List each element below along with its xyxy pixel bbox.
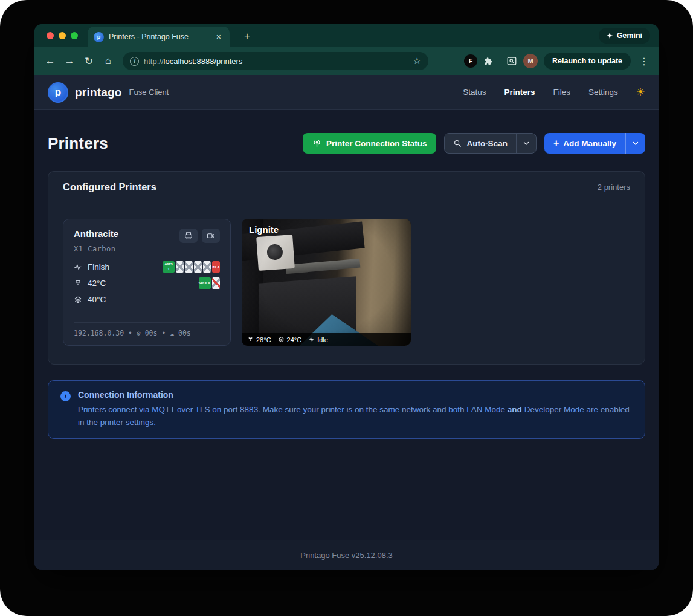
brand-name: printago <box>75 86 122 99</box>
cloud-icon: ☁ <box>170 329 174 337</box>
ams-slot-empty <box>185 261 193 273</box>
printer-connection-status-button[interactable]: Printer Connection Status <box>303 133 437 154</box>
toolbar-separator <box>500 56 500 66</box>
printer-bed-row: 40°C <box>74 294 220 305</box>
connection-info-title: Connection Information <box>78 390 633 400</box>
page-footer: Printago Fuse v25.12.08.3 <box>34 540 659 570</box>
ams-badge: AMS 1 <box>163 261 175 273</box>
spool-slot-empty <box>212 277 220 289</box>
minimize-window-button[interactable] <box>59 32 66 39</box>
new-tab-button[interactable]: + <box>240 29 254 44</box>
browser-menu-icon[interactable]: ⋮ <box>637 56 651 67</box>
zoom-window-button[interactable] <box>71 32 78 39</box>
plus-icon: + <box>553 138 559 148</box>
relaunch-update-button[interactable]: Relaunch to update <box>544 53 631 70</box>
gear-icon: ⚙ <box>137 329 141 337</box>
gemini-button[interactable]: Gemini <box>599 28 650 44</box>
info-icon: i <box>60 391 71 401</box>
page-root: p printago Fuse Client Status Printers F… <box>34 75 659 570</box>
theme-toggle-sun-icon[interactable]: ☀ <box>636 86 645 99</box>
nav-printers[interactable]: Printers <box>504 88 535 97</box>
site-info-icon[interactable]: i <box>130 57 139 66</box>
version-text: Printago Fuse v25.12.08.3 <box>300 551 393 560</box>
configured-printers-header: Configured Printers 2 printers <box>48 172 645 203</box>
connection-info-content: Connection Information Printers connect … <box>78 390 633 429</box>
auto-scan-dropdown-button[interactable] <box>517 134 536 153</box>
ams-slot-empty <box>176 261 184 273</box>
nozzle-icon <box>247 336 254 343</box>
printer-connection-status-label: Printer Connection Status <box>326 139 427 148</box>
printer-icon <box>184 232 193 240</box>
window-controls <box>47 32 78 39</box>
close-window-button[interactable] <box>47 32 54 39</box>
add-manually-dropdown-button[interactable] <box>626 133 645 154</box>
nav-files[interactable]: Files <box>553 88 570 97</box>
page-content: Printers Printer Connection Status Auto-… <box>34 110 659 540</box>
ams-unit-strip: AMS 1 PLA <box>163 261 220 273</box>
extension-f-icon[interactable]: F <box>464 54 477 68</box>
nozzle-icon <box>74 279 82 288</box>
printer-card-lignite[interactable]: Lignite 28°C 24°C <box>242 219 411 346</box>
printer-status-row: Finish AMS 1 PLA <box>74 261 220 273</box>
nozzle-temp-value: 28°C <box>256 336 271 343</box>
back-icon[interactable]: ← <box>42 53 59 70</box>
brand-subtitle: Fuse Client <box>129 88 169 97</box>
printer-camera-button[interactable] <box>202 229 220 243</box>
auto-scan-button[interactable]: Auto-Scan <box>445 134 516 153</box>
tab-close-icon[interactable]: × <box>214 31 224 42</box>
nozzle-temp-item: 28°C <box>247 336 271 343</box>
page-title: Printers <box>48 134 108 153</box>
configured-printers-card: Configured Printers 2 printers Anthracit… <box>48 171 645 365</box>
printer-name: Anthracite <box>74 229 118 239</box>
printago-favicon-icon: p <box>94 32 104 42</box>
browser-toolbar: ← → ↻ ⌂ i http://localhost:8888/printers… <box>34 47 659 75</box>
printer-details-button[interactable] <box>179 229 198 243</box>
configured-printers-body: Anthracite X1 Carbo <box>48 203 645 364</box>
tab-search-panel-icon[interactable] <box>506 56 517 66</box>
nav-settings[interactable]: Settings <box>588 88 618 97</box>
printer-model: X1 Carbon <box>74 245 220 253</box>
printer-card-actions <box>179 229 220 243</box>
bed-layers-icon <box>74 296 82 304</box>
gemini-sparkle-icon <box>607 33 613 39</box>
uptime-value: 00s <box>145 329 158 337</box>
bed-temp-value: 24°C <box>287 336 302 343</box>
printer-status-value: Finish <box>88 262 109 271</box>
address-bar[interactable]: i http://localhost:8888/printers ☆ <box>123 52 428 70</box>
tab-title: Printers - Printago Fuse <box>109 33 209 41</box>
printer-footer: 192.168.0.30 • ⚙ 00s • ☁ 00s <box>74 329 220 337</box>
bookmark-star-icon[interactable]: ☆ <box>413 56 421 66</box>
extensions-puzzle-icon[interactable] <box>483 56 494 66</box>
printer-card-anthracite[interactable]: Anthracite X1 Carbo <box>63 219 231 346</box>
add-manually-button[interactable]: + Add Manually <box>544 133 625 154</box>
reload-icon[interactable]: ↻ <box>80 53 97 70</box>
main-nav: Status Printers Files Settings <box>463 88 618 97</box>
printago-logo-icon: p <box>48 82 68 103</box>
ams-slot-empty <box>203 261 211 273</box>
add-manually-label: Add Manually <box>563 139 616 148</box>
bed-temp-value: 40°C <box>88 295 106 304</box>
printer-status-value: Idle <box>317 336 328 343</box>
forward-icon[interactable]: → <box>61 53 78 70</box>
ams-slot-pla: PLA <box>212 261 220 273</box>
printer-status-rows: Finish AMS 1 PLA <box>74 261 220 305</box>
browser-window: p Printers - Printago Fuse × + Gemini ← … <box>34 24 659 570</box>
camera-status-bar: 28°C 24°C Idle <box>242 333 411 346</box>
toolbar-right-cluster: F M Relaunch to update ⋮ <box>464 53 651 70</box>
camera-feed-image <box>242 219 411 346</box>
tab-strip: p Printers - Printago Fuse × + Gemini <box>34 24 659 47</box>
home-icon[interactable]: ⌂ <box>100 53 117 70</box>
printer-ip: 192.168.0.30 <box>74 329 124 337</box>
browser-tab[interactable]: p Printers - Printago Fuse × <box>88 27 230 47</box>
dot-separator: • <box>128 329 132 337</box>
connection-info-box: i Connection Information Printers connec… <box>48 380 645 439</box>
printer-card-header: Anthracite <box>74 229 220 243</box>
activity-icon <box>74 263 82 271</box>
bed-temp-item: 24°C <box>278 336 302 343</box>
profile-avatar[interactable]: M <box>523 54 538 68</box>
card-divider <box>74 322 220 323</box>
nav-status[interactable]: Status <box>463 88 486 97</box>
url-text: http://localhost:8888/printers <box>144 57 408 66</box>
screenshot-canvas: p Printers - Printago Fuse × + Gemini ← … <box>0 0 693 616</box>
printer-count-badge: 2 printers <box>598 183 630 192</box>
